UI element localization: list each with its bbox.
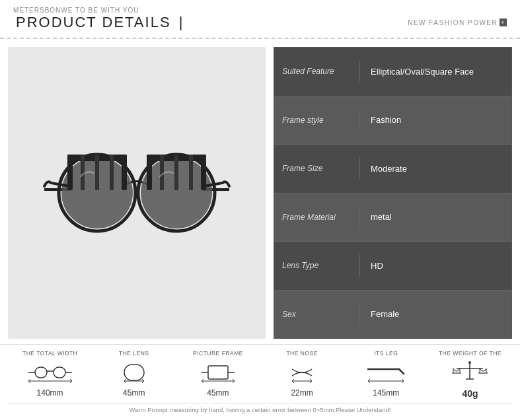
spec-row: Frame styleFashion [274, 96, 511, 145]
meas-label: THE WEIGHT OF THE [439, 350, 501, 357]
leg-icon [363, 359, 409, 386]
measurement-item: THE LENS 45mm [92, 350, 176, 398]
meas-label: THE TOTAL WIDTH [22, 350, 77, 357]
svg-rect-17 [189, 155, 193, 190]
spec-row: Frame Materialmetal [274, 193, 511, 242]
spec-label: Frame Material [274, 206, 360, 228]
header-subtitle: METERSBONWE TO BE WITH YOU [13, 7, 507, 14]
weight-icon [447, 359, 493, 386]
meas-label: PICTURE FRAME [193, 350, 243, 357]
svg-rect-14 [110, 155, 114, 190]
svg-rect-24 [124, 365, 144, 380]
measurement-item: THE NOSE 22mm [260, 350, 344, 398]
spec-value: Fashion [360, 108, 412, 131]
lens-icon [111, 359, 157, 386]
svg-rect-9 [122, 155, 127, 190]
spec-value: HD [360, 254, 394, 277]
header-title: PRODUCT DETAILS | [13, 14, 184, 31]
svg-line-32 [399, 369, 404, 374]
header: METERSBONWE TO BE WITH YOU PRODUCT DETAI… [0, 0, 520, 35]
main-content: Suited FeatureElliptical/Oval/Square Fac… [0, 42, 520, 344]
meas-value: 22mm [291, 388, 313, 398]
spec-row: Suited FeatureElliptical/Oval/Square Fac… [274, 48, 511, 96]
page-wrapper: METERSBONWE TO BE WITH YOU PRODUCT DETAI… [0, 0, 520, 420]
measurement-item: PICTURE FRAME 45mm [176, 350, 260, 398]
meas-value: 45mm [207, 388, 229, 398]
total-width-icon [27, 359, 73, 386]
measurement-item: ITS LEG 145mm [344, 350, 428, 398]
warm-prompt: Warm Prompt:measuring by hand, having a … [8, 406, 512, 417]
spec-value: metal [360, 205, 402, 228]
meas-label: THE LENS [119, 350, 149, 357]
meas-value: 45mm [123, 388, 145, 398]
spec-label: Lens Type [274, 254, 360, 277]
spec-label: Frame style [274, 109, 360, 131]
spec-label: Sex [274, 303, 360, 326]
svg-rect-28 [208, 366, 228, 379]
meas-value: 40g [462, 388, 478, 399]
measurements-row: THE TOTAL WIDTH 140mmTHE LENS 45mmPICTUR… [8, 350, 512, 399]
measurement-item: THE WEIGHT OF THE 40g [428, 350, 512, 399]
spec-value: Moderate [360, 157, 418, 180]
spec-value: Female [360, 302, 410, 326]
spec-value: Elliptical/Oval/Square Face [360, 60, 484, 83]
meas-label: THE NOSE [286, 350, 317, 357]
picture-frame-icon [195, 359, 241, 386]
spec-row: SexFemale [274, 291, 511, 339]
svg-rect-21 [54, 367, 65, 378]
product-image [8, 47, 266, 339]
spec-row: Frame SizeModerate [274, 145, 511, 193]
specs-table: Suited FeatureElliptical/Oval/Square Fac… [274, 47, 512, 339]
measurements-section: THE TOTAL WIDTH 140mmTHE LENS 45mmPICTUR… [0, 344, 520, 420]
header-right: NEW FASHION POWER + [408, 18, 507, 26]
measurements-divider [8, 403, 512, 403]
svg-rect-20 [35, 367, 47, 378]
svg-rect-10 [147, 155, 152, 190]
svg-rect-13 [95, 155, 99, 190]
meas-value: 145mm [373, 388, 399, 398]
svg-rect-15 [160, 155, 164, 190]
spec-label: Suited Feature [274, 60, 360, 83]
nose-icon [279, 359, 325, 386]
sunglasses-illustration [31, 127, 242, 259]
measurement-item: THE TOTAL WIDTH 140mm [8, 350, 92, 398]
meas-label: ITS LEG [374, 350, 398, 357]
spec-row: Lens TypeHD [274, 242, 511, 291]
svg-rect-16 [174, 155, 178, 190]
meas-value: 140mm [37, 388, 63, 398]
svg-point-43 [468, 361, 471, 364]
svg-rect-12 [81, 155, 85, 190]
divider [0, 38, 520, 39]
spec-label: Frame Size [274, 157, 360, 180]
